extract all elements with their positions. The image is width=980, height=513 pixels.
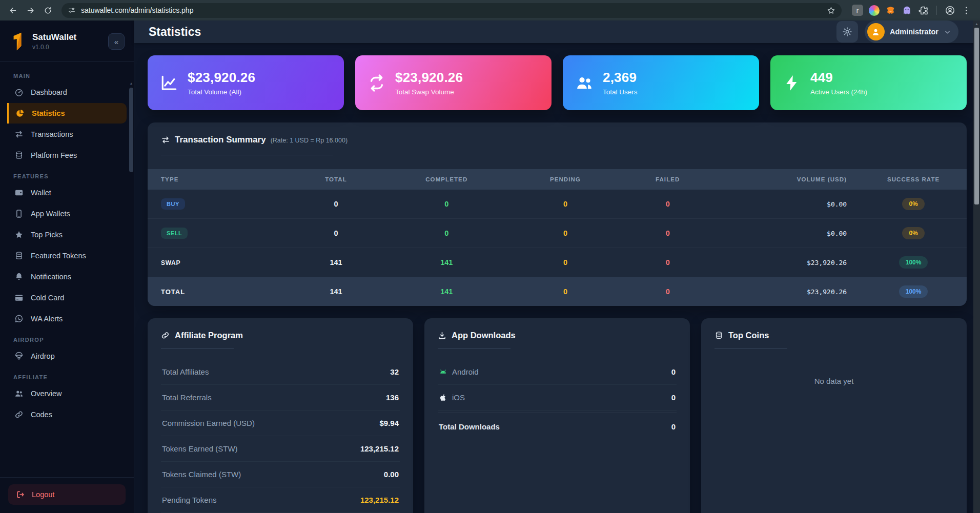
sidebar-item-app-wallets[interactable]: App Wallets [7,203,127,224]
divider [714,348,787,348]
stat-cards-row: $23,920.26 Total Volume (All) $23,920.26… [148,55,967,110]
cell-failed: 0 [623,248,713,277]
app-name: SatuWallet [32,32,76,43]
stat-card-active-users: 449 Active Users (24h) [770,55,967,110]
sidebar-item-label: Codes [31,411,52,419]
sidebar-scrollbar[interactable]: ▲ [129,81,133,204]
sidebar-item-cold-card[interactable]: Cold Card [7,288,127,308]
avatar [867,23,885,40]
sidebar-item-wallet[interactable]: Wallet [7,182,127,203]
sidebar: SatuWallet v1.0.0 « MAIN Dashboard Stati… [0,20,134,513]
cell-volume: $0.00 [713,219,861,248]
cell-completed: 0 [385,219,508,248]
sidebar-scrollbar-thumb[interactable] [129,88,133,172]
reload-icon [44,6,52,15]
extensions-icon[interactable] [918,5,929,16]
swap-icon [368,74,386,92]
credit-card-icon [14,293,24,302]
coins-icon [14,251,24,260]
cell-volume: $0.00 [713,190,861,219]
divider [438,348,511,348]
site-settings-icon[interactable] [68,6,76,14]
scroll-up-arrow[interactable]: ▲ [973,20,980,27]
column-header-type: TYPE [148,169,287,190]
browser-profile-icon[interactable] [945,5,955,16]
card-title: App Downloads [452,331,516,340]
sidebar-nav: MAIN Dashboard Statistics Transactions P… [0,62,134,477]
sidebar-item-top-picks[interactable]: Top Picks [7,224,127,245]
sidebar-collapse-button[interactable]: « [108,33,125,50]
sidebar-item-overview[interactable]: Overview [7,383,127,404]
logout-button[interactable]: Logout [8,484,126,505]
sidebar-item-statistics[interactable]: Statistics [7,103,127,124]
phantom-extension-icon[interactable] [902,5,912,16]
sidebar-item-codes[interactable]: Codes [7,404,127,425]
sidebar-item-label: Platform Fees [31,151,77,159]
row-label: Total Referrals [162,393,212,402]
row-label: Tokens Claimed (STW) [162,470,241,479]
sidebar-item-label: Top Picks [31,231,63,239]
app-downloads-card: App Downloads Android 0 [424,318,690,513]
top-coins-card: Top Coins No data yet [701,318,967,513]
stat-label: Total Volume (All) [188,88,255,96]
cell-pending: 0 [508,277,623,306]
nav-section-affiliate: AFFILIATE [13,374,120,380]
settings-button[interactable] [836,21,858,43]
lens-extension-icon[interactable] [869,5,880,16]
list-item: Pending Tokens 123,215.12 [161,487,400,513]
sidebar-item-wa-alerts[interactable]: WA Alerts [7,309,127,329]
browser-back-button[interactable] [5,3,21,18]
column-header-volume: VOLUME (USD) [713,169,861,190]
row-label: iOS [452,393,465,402]
r-extension-icon[interactable]: r [852,5,863,16]
column-header-pending: PENDING [508,169,623,190]
page-scrollbar-thumb[interactable] [974,28,979,204]
sidebar-item-transactions[interactable]: Transactions [7,124,127,145]
url-text[interactable]: satuwallet.com/admin/statistics.php [81,6,822,14]
cell-completed: 141 [385,277,508,306]
sidebar-item-label: Transactions [31,130,73,138]
table-row-sell: SELL 0 0 0 0 $0.00 0% [148,219,967,248]
sidebar-item-platform-fees[interactable]: Platform Fees [7,145,127,166]
column-header-success-rate: SUCCESS RATE [860,169,967,190]
browser-menu-icon[interactable] [961,5,972,16]
cell-pending: 0 [508,190,623,219]
sidebar-item-dashboard[interactable]: Dashboard [7,82,127,102]
row-label: Total Downloads [439,422,500,431]
scroll-up-arrow[interactable]: ▲ [129,81,133,86]
browser-reload-button[interactable] [40,3,55,18]
forward-icon [26,6,35,15]
sidebar-item-featured-tokens[interactable]: Featured Tokens [7,245,127,266]
cell-volume: $23,920.26 [713,277,861,306]
android-icon [439,367,447,376]
transaction-summary-panel: Transaction Summary (Rate: 1 USD = Rp 16… [148,122,967,306]
card-title: Top Coins [728,331,769,340]
total-downloads-row: Total Downloads 0 [438,413,677,439]
link-icon [14,410,24,419]
metamask-extension-icon[interactable] [885,5,896,16]
browser-forward-button[interactable] [23,3,38,18]
row-value: 0 [671,422,676,431]
row-value: $9.94 [379,419,399,427]
cell-completed: 141 [385,248,508,277]
pie-chart-icon [15,109,25,118]
sidebar-item-notifications[interactable]: Notifications [7,266,127,287]
row-value: 0 [671,393,676,402]
logout-icon [16,490,25,499]
divider [161,348,234,348]
cell-total: 0 [287,190,385,219]
extensions-row: r [849,5,975,16]
sidebar-item-airdrop[interactable]: Airdrop [7,346,127,366]
success-rate-badge: 100% [899,256,928,269]
link-icon [161,331,170,340]
person-icon [871,27,881,37]
stat-label: Total Users [603,88,638,96]
address-bar[interactable]: satuwallet.com/admin/statistics.php [62,3,842,18]
sidebar-item-label: Featured Tokens [31,252,86,260]
user-menu[interactable]: Administrator [865,20,958,43]
sidebar-item-label: WA Alerts [31,315,63,323]
bookmark-icon[interactable] [827,6,835,15]
page-scrollbar[interactable]: ▲ [973,20,980,513]
type-badge: BUY [161,198,185,210]
card-title: Affiliate Program [175,331,243,340]
